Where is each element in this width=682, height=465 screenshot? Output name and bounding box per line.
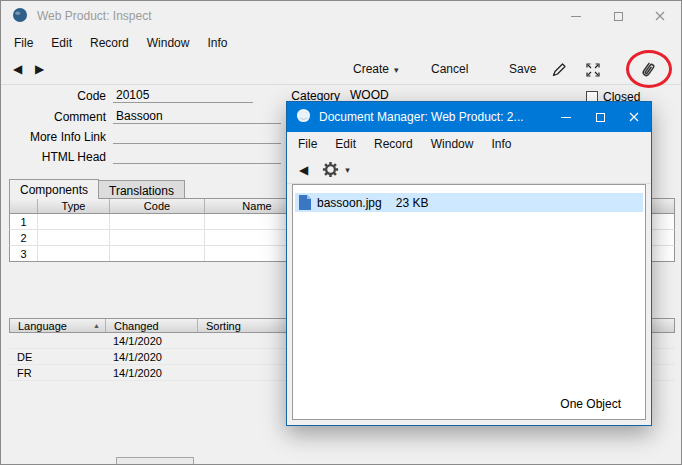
sorting-cell (197, 349, 297, 364)
tab-bar: Components Translations (9, 179, 184, 199)
menu-file[interactable]: File (5, 33, 42, 53)
save-button[interactable]: Save (509, 62, 536, 76)
partial-element-bottom (116, 457, 194, 465)
close-icon (655, 11, 665, 21)
changed-cell: 14/1/2020 (105, 365, 197, 380)
components-header-type[interactable]: Type (38, 199, 110, 213)
toolbar: ◀ ▶ Create▾ Cancel Save (1, 55, 681, 85)
app-icon (12, 7, 28, 26)
doc-menu-record[interactable]: Record (365, 134, 422, 154)
more-info-link-label: More Info Link (1, 130, 113, 144)
gear-icon (321, 160, 340, 179)
close-button[interactable] (639, 1, 681, 31)
language-cell: FR (9, 365, 105, 380)
file-icon (299, 195, 311, 210)
window-title: Web Product: Inspect (37, 9, 152, 23)
titlebar: Web Product: Inspect (1, 1, 681, 31)
doc-menubar: File Edit Record Window Info (287, 132, 651, 156)
sort-asc-icon: ▲ (93, 322, 100, 329)
create-label: Create (353, 62, 389, 76)
maximize-icon (614, 12, 623, 21)
translations-header-language[interactable]: Language ▲ (10, 319, 106, 332)
pen-icon (550, 61, 568, 79)
expand-button[interactable] (584, 61, 602, 82)
chevron-down-icon: ▾ (345, 165, 350, 175)
language-header-label: Language (18, 320, 67, 332)
doc-maximize-button[interactable] (583, 102, 617, 132)
create-button[interactable]: Create▾ (353, 62, 399, 76)
file-size: 23 KB (396, 196, 429, 210)
doc-menu-info[interactable]: Info (482, 134, 520, 154)
menu-record[interactable]: Record (81, 33, 138, 53)
doc-window-title: Document Manager: Web Product: 2... (319, 110, 524, 124)
nav-back-button[interactable]: ◀ (13, 62, 22, 76)
doc-titlebar: Document Manager: Web Product: 2... (287, 102, 651, 132)
comment-field[interactable]: Bassoon (113, 109, 281, 124)
maximize-icon (596, 113, 605, 122)
components-header-code[interactable]: Code (110, 199, 205, 213)
minimize-button[interactable] (555, 1, 597, 31)
translations-header-changed[interactable]: Changed (106, 319, 198, 332)
doc-nav-back-button[interactable]: ◀ (299, 163, 308, 177)
minimize-icon (571, 16, 581, 17)
back-arrow-icon: ◀ (299, 163, 308, 177)
changed-cell: 14/1/2020 (105, 349, 197, 364)
menu-edit[interactable]: Edit (42, 33, 81, 53)
row-number: 3 (10, 246, 38, 261)
html-head-field[interactable] (113, 149, 281, 164)
doc-minimize-button[interactable] (549, 102, 583, 132)
back-arrow-icon: ◀ (13, 62, 22, 76)
sorting-cell (197, 333, 297, 348)
doc-app-icon (296, 108, 311, 126)
menu-info[interactable]: Info (198, 33, 236, 53)
components-header-rownum (10, 199, 38, 213)
close-icon (629, 112, 639, 122)
row-number: 1 (10, 214, 38, 229)
changed-cell: 14/1/2020 (105, 333, 197, 348)
menu-window[interactable]: Window (138, 33, 199, 53)
code-label: Code (1, 89, 113, 103)
doc-menu-window[interactable]: Window (422, 134, 483, 154)
more-info-link-field[interactable] (113, 129, 281, 144)
doc-menu-edit[interactable]: Edit (326, 134, 365, 154)
doc-file-list: bassoon.jpg 23 KB One Object (292, 184, 646, 420)
html-head-label: HTML Head (1, 150, 113, 164)
maximize-button[interactable] (597, 1, 639, 31)
chevron-down-icon: ▾ (394, 65, 399, 75)
nav-forward-button[interactable]: ▶ (35, 62, 44, 76)
tab-components[interactable]: Components (9, 179, 99, 199)
code-field[interactable]: 20105 (113, 88, 253, 103)
language-cell: DE (9, 349, 105, 364)
row-number: 2 (10, 230, 38, 245)
language-cell (9, 333, 105, 348)
doc-close-button[interactable] (617, 102, 651, 132)
comment-label: Comment (1, 110, 113, 124)
file-list-item[interactable]: bassoon.jpg 23 KB (295, 193, 643, 212)
document-manager-window: Document Manager: Web Product: 2... File… (286, 101, 652, 426)
minimize-icon (561, 117, 571, 118)
status-text: One Object (560, 397, 621, 411)
sorting-cell (197, 365, 297, 380)
main-window: Web Product: Inspect File Edit Record Wi… (0, 0, 682, 465)
cancel-button[interactable]: Cancel (431, 62, 468, 76)
doc-settings-button[interactable]: ▾ (321, 160, 350, 179)
expand-icon (584, 61, 602, 79)
pen-tool-button[interactable] (550, 61, 568, 82)
file-name: bassoon.jpg (317, 196, 382, 210)
forward-arrow-icon: ▶ (35, 62, 44, 76)
doc-toolbar: ◀ ▾ (287, 156, 651, 184)
menubar: File Edit Record Window Info (1, 31, 681, 55)
annotation-ellipse (626, 50, 672, 88)
translations-header-sorting[interactable]: Sorting (198, 319, 298, 332)
doc-menu-file[interactable]: File (289, 134, 326, 154)
tab-translations[interactable]: Translations (98, 180, 185, 199)
